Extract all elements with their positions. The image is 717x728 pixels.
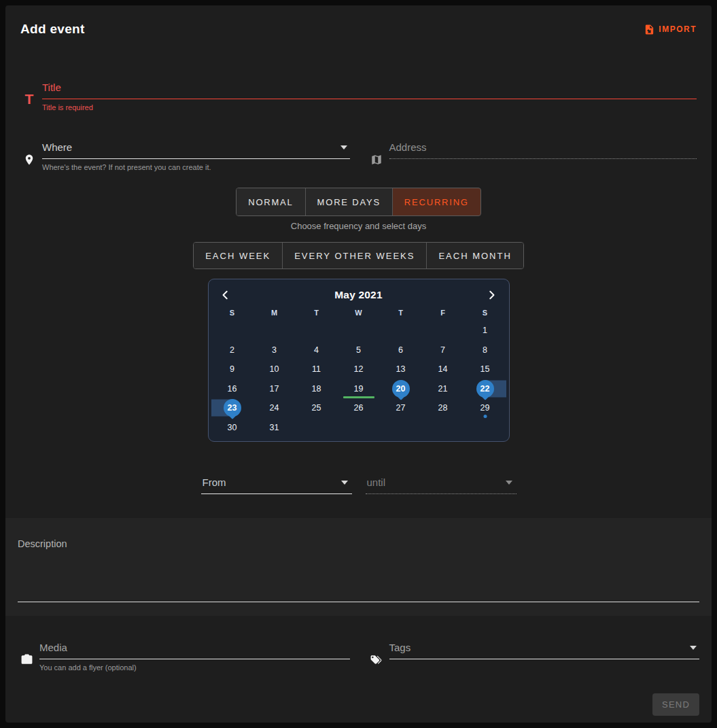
day-number: 2 — [230, 345, 234, 355]
day-number: 18 — [312, 384, 321, 394]
frequency-hint: Choose frequency and select days — [20, 221, 697, 231]
import-button[interactable]: IMPORT — [644, 24, 697, 35]
tab-every-other-weeks[interactable]: EVERY OTHER WEEKS — [282, 243, 426, 268]
location-row: Where Where's the event? If not present … — [20, 139, 697, 171]
day-number: 24 — [270, 403, 279, 413]
calendar-week-row: 2345678 — [211, 341, 506, 360]
tags-placeholder: Tags — [389, 642, 411, 653]
form-bottom-section: Media You can add a flyer (optional) Tag… — [5, 616, 712, 723]
import-label: IMPORT — [659, 24, 697, 34]
calendar-prev-button[interactable] — [220, 289, 232, 301]
title-input[interactable]: Title — [42, 79, 697, 99]
calendar-day-8[interactable]: 8 — [464, 341, 506, 360]
calendar-day-empty — [422, 321, 464, 341]
calendar-day-10[interactable]: 10 — [253, 360, 296, 379]
weekday-label: S — [464, 309, 506, 321]
time-range-row: From until — [201, 474, 517, 494]
send-button[interactable]: SEND — [652, 693, 699, 716]
calendar-day-empty — [380, 418, 422, 438]
calendar-day-12[interactable]: 12 — [338, 360, 380, 379]
calendar-day-7[interactable]: 7 — [422, 341, 464, 360]
day-number: 30 — [228, 423, 237, 432]
media-placeholder: Media — [39, 642, 67, 653]
calendar-next-button[interactable] — [485, 289, 497, 301]
calendar-day-9[interactable]: 9 — [211, 360, 253, 379]
calendar-day-17[interactable]: 17 — [253, 379, 296, 399]
tab-each-week[interactable]: EACH WEEK — [194, 243, 282, 268]
title-error-message: Title is required — [42, 103, 697, 111]
calendar-day-16[interactable]: 16 — [211, 379, 253, 399]
until-time-select[interactable]: until — [366, 474, 517, 494]
event-mode-tabs: NORMALMORE DAYSRECURRING — [236, 188, 481, 216]
calendar-day-20[interactable]: 20 — [380, 379, 422, 399]
address-field: Address — [368, 139, 697, 171]
day-number: 8 — [483, 345, 487, 355]
calendar-day-empty — [296, 418, 338, 438]
calendar-day-30[interactable]: 30 — [211, 418, 253, 438]
calendar-week-row: 9101112131415 — [211, 360, 506, 379]
address-input[interactable]: Address — [389, 139, 697, 159]
calendar-day-21[interactable]: 21 — [422, 379, 464, 399]
page-background: Add event IMPORT T Title Title is — [0, 0, 717, 728]
calendar-day-14[interactable]: 14 — [422, 360, 464, 379]
day-number: 5 — [356, 345, 361, 355]
day-number: 3 — [272, 345, 277, 355]
tab-normal[interactable]: NORMAL — [237, 188, 304, 215]
day-number: 11 — [312, 364, 321, 374]
calendar-week-row: 23242526272829 — [211, 398, 506, 418]
calendar-day-22[interactable]: 22 — [464, 379, 506, 399]
calendar-day-15[interactable]: 15 — [464, 360, 506, 379]
day-number: 31 — [270, 423, 279, 432]
calendar-day-1[interactable]: 1 — [464, 321, 506, 341]
map-icon — [368, 139, 385, 171]
calendar-month-label: May 2021 — [334, 289, 383, 301]
calendar-day-6[interactable]: 6 — [380, 341, 422, 360]
day-number: 4 — [314, 345, 319, 355]
title-icon: T — [20, 79, 38, 111]
media-input[interactable]: Media — [39, 639, 350, 659]
calendar-day-empty — [338, 418, 380, 438]
day-number: 26 — [354, 403, 364, 413]
calendar-day-4[interactable]: 4 — [296, 341, 338, 360]
title-placeholder: Title — [42, 82, 61, 93]
description-textarea[interactable] — [18, 602, 699, 602]
where-placeholder: Where — [42, 141, 72, 153]
from-time-select[interactable]: From — [201, 474, 352, 494]
calendar-day-empty — [338, 321, 380, 341]
calendar-day-2[interactable]: 2 — [211, 341, 253, 360]
calendar-day-5[interactable]: 5 — [338, 341, 380, 360]
calendar-day-3[interactable]: 3 — [253, 341, 296, 360]
calendar-day-18[interactable]: 18 — [296, 379, 338, 399]
calendar-day-empty — [464, 418, 506, 438]
calendar-day-31[interactable]: 31 — [253, 418, 296, 438]
calendar-day-11[interactable]: 11 — [296, 360, 338, 379]
calendar-day-19[interactable]: 19 — [338, 379, 380, 399]
calendar-day-26[interactable]: 26 — [338, 398, 380, 418]
day-number: 10 — [270, 364, 279, 374]
calendar-day-28[interactable]: 28 — [422, 398, 464, 418]
where-select[interactable]: Where — [42, 139, 350, 159]
tab-each-month[interactable]: EACH MONTH — [426, 243, 523, 268]
calendar-day-27[interactable]: 27 — [380, 398, 422, 418]
day-number: 28 — [438, 403, 448, 413]
calendar-week-row: 3031 — [211, 418, 506, 438]
calendar-day-29[interactable]: 29 — [464, 398, 506, 418]
date-picker-calendar: May 2021 SMTWTFS 12345678910111213141516… — [208, 279, 510, 442]
calendar-day-empty — [296, 321, 338, 341]
add-event-dialog: Add event IMPORT T Title Title is — [5, 5, 712, 723]
day-number: 21 — [438, 384, 448, 394]
calendar-day-25[interactable]: 25 — [296, 398, 338, 418]
weekday-label: W — [338, 309, 380, 321]
chevron-down-icon — [506, 481, 512, 485]
calendar-day-23[interactable]: 23 — [211, 398, 253, 418]
title-field: T Title Title is required — [20, 79, 697, 111]
day-number: 19 — [354, 384, 364, 394]
tab-recurring[interactable]: RECURRING — [392, 188, 480, 215]
tab-more-days[interactable]: MORE DAYS — [305, 188, 392, 215]
tags-select[interactable]: Tags — [389, 639, 700, 659]
calendar-week-row: 16171819202122 — [211, 379, 506, 399]
day-number: 23 — [224, 399, 241, 417]
day-number: 14 — [438, 364, 448, 374]
calendar-day-24[interactable]: 24 — [253, 398, 296, 418]
calendar-day-13[interactable]: 13 — [380, 360, 422, 379]
